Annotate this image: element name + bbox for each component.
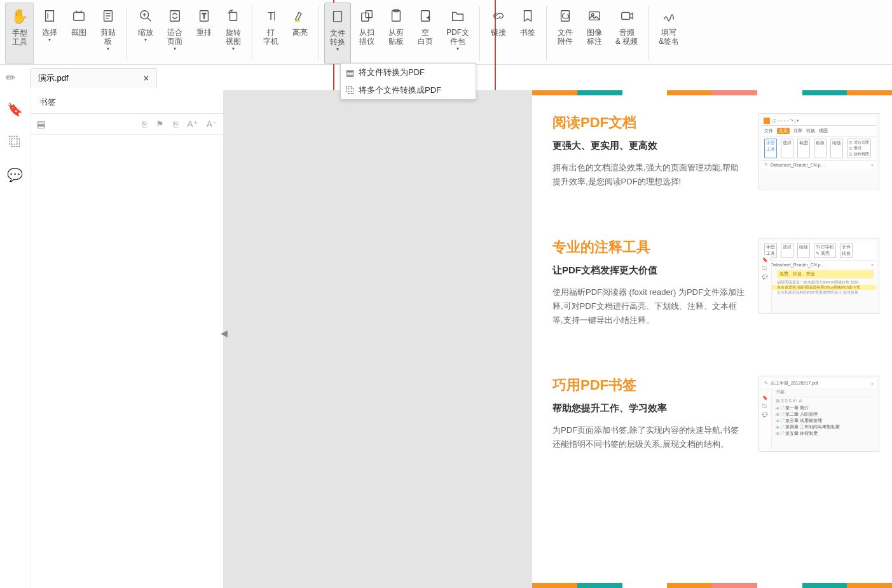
svg-rect-16	[334, 11, 342, 22]
from-scanner-button[interactable]: 从扫 描仪	[353, 3, 380, 64]
section-title: 巧用PDF书签	[552, 376, 746, 395]
rearrange-icon: T	[197, 6, 211, 25]
tab-title: 演示.pdf	[38, 72, 69, 84]
section-subtitle: 更强大、更实用、更高效	[552, 140, 746, 152]
dropdown-arrow-icon: ▾	[144, 37, 147, 43]
svg-rect-17	[362, 13, 369, 21]
zoom-label: 缩放	[138, 28, 153, 37]
audio-video-button[interactable]: 音频 & 视频	[610, 3, 643, 64]
svg-text:T: T	[202, 13, 206, 20]
select-label: 选择	[42, 28, 57, 37]
rotate-button[interactable]: 旋转 视图 ▾	[220, 3, 247, 64]
hand-tool-button[interactable]: ✋ 手型 工具	[5, 3, 34, 64]
file-icon: ▤	[346, 67, 359, 78]
zoom-button[interactable]: 缩放 ▾	[132, 3, 159, 64]
from-clipboard-button[interactable]: 从剪 贴板	[383, 3, 409, 64]
bookmark-flag-icon[interactable]: ⚑	[156, 119, 164, 129]
highlight-icon	[293, 6, 307, 25]
color-strip-bottom	[532, 583, 892, 588]
svg-rect-27	[621, 13, 629, 20]
section-read-pdf: 阅读PDF文档 更强大、更实用、更高效 拥有出色的文档渲染效果,强大的页面管理功…	[532, 95, 892, 209]
expand-icon[interactable]: ▤	[37, 119, 45, 129]
select-button[interactable]: 选择 ▾	[36, 3, 63, 64]
clipboard-button[interactable]: 剪贴 板 ▾	[95, 3, 121, 64]
typewriter-icon: T	[264, 6, 278, 25]
link-label: 链接	[491, 28, 506, 37]
thumbnail-reader: ◫ ▫ ▫ ▫ ◦ ↷ | ▾ 文件主页注释转换视图 手型工具选择截图贴板缩放◫…	[758, 113, 879, 189]
dropdown-arrow-icon: ▾	[48, 37, 51, 43]
typewriter-label: 打 字机	[263, 28, 278, 46]
convert-multiple-item[interactable]: ⿻ 将多个文件转换成PDF	[341, 81, 476, 99]
section-body: 为PDF页面添加书签,除了实现内容的快速导航,书签还能指明不同书签的层级关系,展…	[552, 423, 746, 451]
fill-sign-button[interactable]: 填写 &签名	[654, 3, 684, 64]
bookmark-settings-icon[interactable]: ⎘	[173, 119, 178, 129]
file-convert-button[interactable]: 文件 转换 ▾	[324, 3, 351, 64]
link-icon	[491, 6, 505, 25]
section-annotation: 专业的注释工具 让PDF文档发挥更大价值 使用福昕PDF阅读器 (foxit r…	[532, 209, 892, 346]
color-strip	[532, 90, 892, 95]
dropdown-arrow-icon: ▾	[174, 46, 176, 52]
image-annot-button[interactable]: 图像 标注	[581, 3, 608, 64]
pages-panel-icon[interactable]: ⿻	[9, 135, 22, 149]
comments-panel-icon[interactable]: 💬	[7, 167, 23, 182]
add-bookmark-icon[interactable]: ⎘	[142, 119, 147, 129]
close-tab-button[interactable]: ×	[144, 73, 149, 83]
bookmark-panel: 书签 ▤ ⎘ ⚑ ⎘ A⁺ A⁻	[31, 90, 224, 588]
select-icon	[43, 6, 57, 25]
separator	[252, 6, 252, 60]
thumbnail-bookmarks: ✎ 员工手册_20120917.pdf× 书签 ▤ ⎘ ⎘ ⎘ A⁺ A⁻ 🔖⿻…	[758, 376, 879, 452]
svg-text:T: T	[268, 10, 274, 22]
main-toolbar: ✋ 手型 工具 选择 ▾ 截图 剪贴 板 ▾ 缩放 ▾ 适合 页面 ▾ T 重排…	[0, 0, 892, 65]
screenshot-label: 截图	[71, 28, 86, 37]
bookmark-label: 书签	[520, 28, 535, 37]
svg-line-6	[148, 18, 151, 22]
zoom-icon	[139, 6, 153, 25]
highlight-button[interactable]: 高亮	[287, 3, 313, 64]
fitpage-button[interactable]: 适合 页面 ▾	[161, 3, 188, 64]
bookmark-panel-icon[interactable]: 🔖	[7, 102, 23, 117]
dropdown-arrow-icon: ▾	[107, 46, 109, 52]
image-annot-label: 图像 标注	[587, 28, 602, 46]
separator	[479, 6, 480, 60]
scanner-icon	[360, 6, 374, 25]
section-title: 阅读PDF文档	[552, 113, 746, 132]
from-scanner-label: 从扫 描仪	[359, 28, 374, 46]
dropdown-arrow-icon: ▾	[336, 46, 339, 53]
font-decrease-icon[interactable]: A⁻	[207, 119, 217, 129]
blank-page-icon	[418, 6, 432, 25]
typewriter-button[interactable]: T 打 字机	[257, 3, 284, 64]
file-attach-button[interactable]: 文件 附件	[552, 3, 579, 64]
edit-icon[interactable]: ✎	[3, 69, 19, 86]
convert-single-label: 将文件转换为PDF	[359, 67, 425, 78]
screenshot-icon	[72, 6, 86, 25]
pdf-package-label: PDF文 件包	[446, 28, 469, 46]
font-increase-icon[interactable]: A⁺	[187, 119, 197, 129]
blank-page-label: 空 白页	[418, 28, 433, 46]
section-subtitle: 让PDF文档发挥更大价值	[552, 264, 746, 277]
bookmark-button[interactable]: 书签	[514, 3, 541, 64]
highlight-label: 高亮	[292, 28, 308, 37]
rearrange-label: 重排	[196, 28, 212, 37]
screenshot-button[interactable]: 截图	[65, 3, 92, 64]
document-tab[interactable]: 演示.pdf ×	[30, 68, 157, 88]
blank-page-button[interactable]: 空 白页	[412, 3, 439, 64]
bookmark-toolbar: ▤ ⎘ ⚑ ⎘ A⁺ A⁻	[31, 114, 223, 135]
link-button[interactable]: 链接	[485, 3, 512, 64]
fitpage-label: 适合 页面	[167, 28, 182, 46]
convert-multiple-label: 将多个文件转换成PDF	[359, 85, 441, 96]
audio-video-label: 音频 & 视频	[615, 28, 638, 46]
separator	[127, 6, 127, 60]
pdf-page: 阅读PDF文档 更强大、更实用、更高效 拥有出色的文档渲染效果,强大的页面管理功…	[532, 90, 892, 588]
rearrange-button[interactable]: T 重排	[191, 3, 217, 64]
pdf-package-button[interactable]: PDF文 件包 ▾	[441, 3, 474, 64]
separator	[319, 6, 319, 60]
bookmark-icon	[521, 6, 535, 25]
svg-rect-0	[74, 13, 85, 21]
panel-title: 书签	[31, 90, 223, 114]
convert-single-item[interactable]: ▤ 将文件转换为PDF	[341, 64, 476, 81]
from-clipboard-icon	[389, 6, 403, 25]
collapse-handle[interactable]: ◀	[221, 328, 228, 338]
attachment-icon	[558, 6, 572, 25]
file-convert-label: 文件 转换	[330, 29, 345, 46]
image-icon	[587, 6, 601, 25]
